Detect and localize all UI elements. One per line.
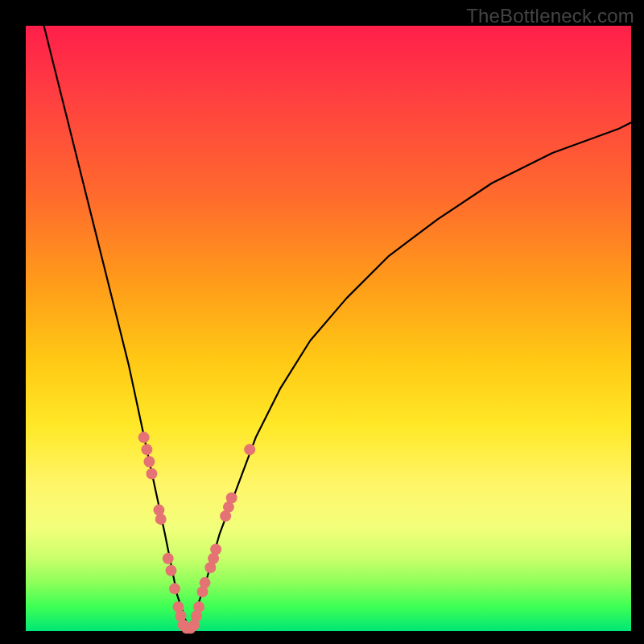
marker-dot: [169, 583, 180, 594]
marker-dot: [155, 514, 167, 525]
marker-dot: [226, 493, 237, 504]
marker-dot: [163, 553, 174, 564]
marker-dot: [143, 456, 155, 467]
marker-dot: [244, 444, 255, 455]
marker-dot: [210, 543, 221, 555]
marker-dot: [193, 601, 204, 613]
curve-layer: [26, 26, 631, 631]
marker-dot: [138, 431, 150, 443]
marker-dot: [165, 565, 176, 576]
watermark-label: TheBottleneck.com: [466, 5, 634, 27]
plot-area: [26, 26, 631, 631]
marker-dot: [146, 468, 157, 479]
curve-right-branch: [189, 122, 631, 631]
marker-dot: [200, 577, 211, 588]
marker-dot: [141, 444, 152, 455]
curve-left-branch: [44, 26, 189, 631]
chart-frame: TheBottleneck.com: [0, 0, 644, 644]
